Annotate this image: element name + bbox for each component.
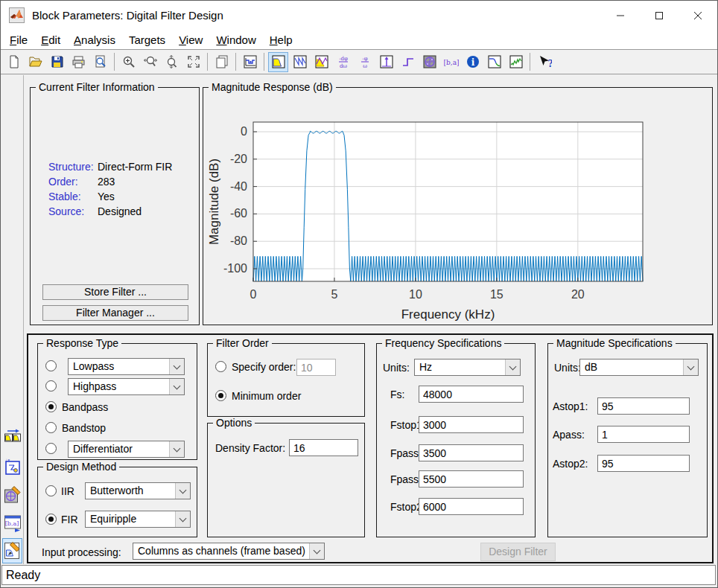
magnitude-response-panel: Magnitude Response (dB) 051015200-20-40-…	[203, 87, 713, 325]
fir-method-combo[interactable]: Equiripple	[85, 511, 191, 528]
frequency-input-fstop2[interactable]	[419, 498, 524, 515]
density-factor-input[interactable]	[289, 439, 358, 456]
impulse-response-icon[interactable]	[376, 52, 396, 72]
iir-method-combo[interactable]: Butterworth	[85, 482, 191, 499]
round-off-noise-spectrum-icon[interactable]	[506, 52, 526, 72]
magnitude-and-phase-icon[interactable]	[311, 52, 331, 72]
response-type-radio-differentiator[interactable]	[45, 443, 57, 454]
filter-information-icon[interactable]: i	[463, 52, 483, 72]
svg-text:0: 0	[241, 125, 247, 138]
full-view-icon[interactable]	[183, 52, 203, 72]
zoom-y-icon[interactable]	[162, 52, 182, 72]
response-type-radio-bandstop[interactable]	[45, 422, 57, 433]
magnitude-units-combo-button[interactable]	[683, 359, 698, 375]
specify-order-radio[interactable]	[215, 361, 226, 372]
response-type-radio-lowpass[interactable]	[45, 360, 57, 371]
frequency-specifications-group: Frequency Specifications Units: Hz Fs:Fs…	[376, 343, 536, 537]
svg-text:-60: -60	[230, 207, 247, 220]
print-icon[interactable]	[69, 52, 89, 72]
zoom-x-icon[interactable]	[140, 52, 160, 72]
print-preview-icon[interactable]	[90, 52, 110, 72]
magnitude-input-astop1[interactable]	[597, 397, 690, 415]
response-type-title: Response Type	[43, 337, 121, 349]
group-delay-icon[interactable]: -dφdω	[333, 52, 353, 72]
step-response-icon[interactable]	[398, 52, 418, 72]
menu-bar: FileEditAnalysisTargetsViewWindowHelp	[1, 30, 717, 49]
maximize-icon[interactable]	[640, 1, 679, 30]
combo-button[interactable]	[169, 359, 184, 374]
response-type-group: Response Type LowpassHighpassBandpassBan…	[37, 343, 197, 460]
print-to-figure-icon[interactable]	[212, 52, 232, 72]
magnitude-response-icon[interactable]	[268, 52, 288, 72]
import-filter-icon[interactable]: [b,a]	[2, 511, 22, 536]
design-method-radio-iir[interactable]	[45, 485, 57, 496]
menu-edit[interactable]: Edit	[34, 33, 67, 46]
filter-coefficients-icon[interactable]: [b,a]	[441, 52, 461, 72]
close-icon[interactable]	[679, 1, 717, 30]
frequency-units-combo-button[interactable]	[505, 359, 520, 375]
magnitude-units-combo[interactable]: dB	[579, 359, 699, 376]
transform-filter-icon[interactable]	[2, 425, 22, 450]
open-session-icon[interactable]	[25, 52, 45, 72]
input-processing-combo[interactable]: Columns as channels (frame based)	[133, 543, 325, 560]
frequency-input-fpass1[interactable]	[419, 444, 524, 461]
svg-text:0: 0	[250, 288, 257, 301]
menu-window[interactable]: Window	[209, 33, 262, 46]
lowpass-combo[interactable]: Lowpass	[68, 358, 185, 375]
filter-specifications-icon[interactable]	[240, 52, 260, 72]
svg-text:dω: dω	[339, 63, 346, 69]
differentiator-combo[interactable]: Differentiator	[68, 441, 185, 458]
pole-zero-editor-icon[interactable]	[2, 482, 22, 508]
combo-button[interactable]	[175, 511, 190, 527]
specify-order-input[interactable]	[296, 359, 336, 376]
filter-info-label: Source:	[48, 205, 84, 217]
context-help-icon[interactable]: ?	[534, 52, 554, 72]
zoom-in-icon[interactable]	[118, 52, 139, 72]
frequency-input-fpass2[interactable]	[419, 470, 524, 488]
magnitude-input-apass[interactable]	[597, 426, 690, 443]
minimize-icon[interactable]	[601, 1, 640, 30]
chevron-down-icon	[314, 547, 321, 555]
design-filter-button[interactable]: Design Filter	[480, 543, 556, 561]
frequency-input-fs[interactable]	[419, 386, 524, 403]
frequency-input-fstop1[interactable]	[419, 416, 524, 433]
magnitude-input-astop2[interactable]	[597, 455, 690, 472]
new-session-icon[interactable]	[4, 52, 24, 72]
filter-info-value: Direct-Form FIR	[98, 161, 172, 173]
chevron-down-icon	[174, 383, 181, 390]
frequency-units-combo[interactable]: Hz	[414, 359, 521, 376]
magnitude-units-label: Units:	[554, 362, 581, 374]
window-title: Block Parameters: Digital Filter Design	[32, 1, 223, 30]
phase-delay-icon[interactable]: -φω	[355, 52, 375, 72]
pole-zero-plot-icon[interactable]	[419, 52, 439, 72]
realize-model-icon[interactable]: ↓×	[2, 454, 22, 479]
store-filter-button[interactable]: Store Filter ...	[42, 284, 188, 300]
menu-help[interactable]: Help	[263, 33, 299, 46]
design-method-label-iir: IIR	[61, 485, 74, 497]
menu-file[interactable]: File	[3, 33, 34, 46]
combo-button[interactable]	[175, 483, 190, 499]
save-session-icon[interactable]	[47, 52, 67, 72]
design-filter-icon[interactable]	[2, 538, 22, 563]
response-type-radio-bandpass[interactable]	[45, 401, 57, 412]
filter-info-value: Designed	[98, 205, 142, 217]
minimum-order-radio[interactable]	[215, 390, 226, 401]
chevron-down-icon	[687, 363, 695, 371]
options-group: Options Density Factor:	[207, 423, 365, 537]
response-type-radio-highpass[interactable]	[45, 380, 57, 392]
magnitude-response-estimate-icon[interactable]	[484, 52, 504, 72]
combo-button[interactable]	[169, 441, 184, 457]
menu-analysis[interactable]: Analysis	[67, 33, 122, 46]
filter-manager-button[interactable]: Filter Manager ...	[42, 305, 188, 321]
menu-view[interactable]: View	[172, 33, 209, 46]
highpass-combo[interactable]: Highpass	[68, 378, 185, 395]
chevron-down-icon	[509, 363, 517, 371]
input-processing-combo-button[interactable]	[309, 543, 324, 559]
svg-text:?: ?	[547, 59, 552, 69]
phase-response-icon[interactable]	[290, 52, 310, 72]
design-method-label-fir: FIR	[61, 514, 78, 525]
menu-targets[interactable]: Targets	[122, 33, 172, 46]
combo-button[interactable]	[169, 379, 184, 394]
svg-text:-100: -100	[223, 262, 247, 275]
design-method-radio-fir[interactable]	[45, 514, 57, 525]
